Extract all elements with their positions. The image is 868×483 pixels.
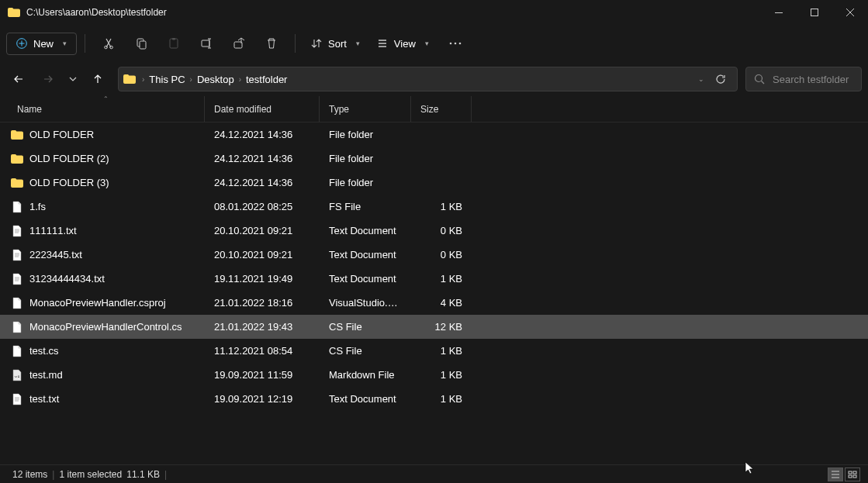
file-size: 1 KB [411,201,472,212]
new-label: New [33,38,54,50]
file-type: File folder [320,153,411,164]
view-icon [377,38,388,49]
view-button[interactable]: View ▾ [369,33,437,54]
view-label: View [394,38,416,50]
status-selection: 1 item selected [54,469,126,480]
copy-button[interactable] [126,29,157,57]
refresh-button[interactable] [709,74,732,85]
file-size: 1 KB [411,369,472,381]
folder-icon [123,73,136,85]
forward-button[interactable] [36,67,61,91]
svg-rect-18 [853,475,856,478]
file-icon [11,345,23,357]
text-icon [11,225,23,237]
close-button[interactable] [832,0,868,25]
details-view-button[interactable] [828,467,843,481]
svg-rect-9 [202,40,209,47]
new-button[interactable]: New ▾ [6,33,77,55]
delete-button[interactable] [256,29,287,57]
file-row[interactable]: 111111.txt20.10.2021 09:21Text Document0… [0,219,868,243]
file-date: 20.10.2021 09:21 [205,249,320,260]
breadcrumb-item[interactable]: testfolder [243,74,290,85]
maximize-button[interactable] [797,0,832,25]
svg-point-14 [756,75,763,82]
chevron-down-icon: ▾ [356,40,360,47]
file-row[interactable]: OLD FOLDER24.12.2021 14:36File folder [0,122,868,147]
svg-rect-15 [849,471,852,474]
file-date: 24.12.2021 14:36 [205,153,320,164]
file-size: 4 KB [411,297,472,309]
file-row[interactable]: 1.fs08.01.2022 08:25FS File1 KB [0,195,868,219]
share-button[interactable] [223,29,254,57]
svg-rect-16 [853,471,856,474]
file-type: VisualStudio.Laun... [320,297,411,309]
file-name: MonacoPreviewHandlerControl.cs [29,321,182,333]
minimize-button[interactable] [761,0,797,25]
svg-point-11 [450,43,452,45]
file-row[interactable]: MonacoPreviewHandler.csproj21.01.2022 18… [0,291,868,315]
file-row[interactable]: test.md19.09.2021 11:59Markdown File1 KB [0,363,868,387]
breadcrumb-item[interactable]: This PC [146,74,188,85]
up-button[interactable] [85,67,110,91]
window-controls [761,0,868,25]
file-row[interactable]: test.cs11.12.2021 08:54CS File1 KB [0,339,868,363]
divider [295,34,296,53]
file-name: test.md [29,369,63,381]
file-type: CS File [320,321,411,333]
file-row[interactable]: test.txt19.09.2021 12:19Text Document1 K… [0,387,868,411]
thumbnails-view-button[interactable] [845,467,860,481]
sort-label: Sort [328,38,347,50]
chevron-right-icon[interactable]: › [140,75,146,84]
file-name: 31234444434.txt [29,273,105,285]
file-row[interactable]: OLD FOLDER (2)24.12.2021 14:36File folde… [0,147,868,171]
column-date[interactable]: Date modified [205,96,320,122]
svg-point-3 [105,46,108,49]
file-date: 19.09.2021 12:19 [205,393,320,405]
file-type: Text Document [320,249,411,260]
sort-icon [311,38,322,49]
view-toggles [828,467,860,481]
file-name: 2223445.txt [29,249,82,260]
column-size[interactable]: Size [411,96,472,122]
file-row[interactable]: MonacoPreviewHandlerControl.cs21.01.2022… [0,315,868,339]
file-date: 24.12.2021 14:36 [205,177,320,188]
svg-point-4 [110,46,113,49]
recent-button[interactable] [65,67,81,91]
breadcrumb-item[interactable]: Desktop [194,74,237,85]
file-name: OLD FOLDER (3) [29,177,109,188]
file-row[interactable]: OLD FOLDER (3)24.12.2021 14:36File folde… [0,171,868,195]
statusbar: 12 items | 1 item selected 11.1 KB | [0,464,868,483]
chevron-right-icon[interactable]: › [188,75,194,84]
svg-point-12 [455,43,457,45]
status-count: 12 items [8,469,52,480]
chevron-right-icon[interactable]: › [237,75,243,84]
paste-button[interactable] [158,29,189,57]
chevron-down-icon: ▾ [425,40,429,47]
search-input[interactable]: Search testfolder [745,67,862,91]
toolbar: New ▾ Sort ▾ View ▾ [0,25,868,62]
cut-button[interactable] [93,29,124,57]
back-button[interactable] [6,67,31,91]
file-row[interactable]: 2223445.txt20.10.2021 09:21Text Document… [0,243,868,267]
address-bar[interactable]: › This PC › Desktop › testfolder ⌄ [118,67,738,91]
file-type: Markdown File [320,369,411,381]
status-size: 11.1 KB [126,469,164,480]
file-icon [11,297,23,309]
sort-button[interactable]: Sort ▾ [303,33,368,54]
file-date: 20.10.2021 09:21 [205,225,320,236]
file-name: OLD FOLDER [29,129,94,140]
svg-rect-17 [849,475,852,478]
file-date: 21.01.2022 19:43 [205,321,320,333]
search-icon [754,74,765,85]
address-dropdown[interactable]: ⌄ [693,75,709,83]
file-row[interactable]: 31234444434.txt19.11.2021 19:49Text Docu… [0,267,868,291]
rename-button[interactable] [191,29,222,57]
file-name: test.cs [29,345,59,357]
file-name: OLD FOLDER (2) [29,153,109,164]
chevron-down-icon: ▾ [63,40,67,47]
more-button[interactable] [438,29,472,57]
column-name[interactable]: Name ⌃ [8,96,205,122]
file-type: File folder [320,129,411,140]
column-type[interactable]: Type [320,96,411,122]
sort-indicator-icon: ⌃ [103,95,109,102]
